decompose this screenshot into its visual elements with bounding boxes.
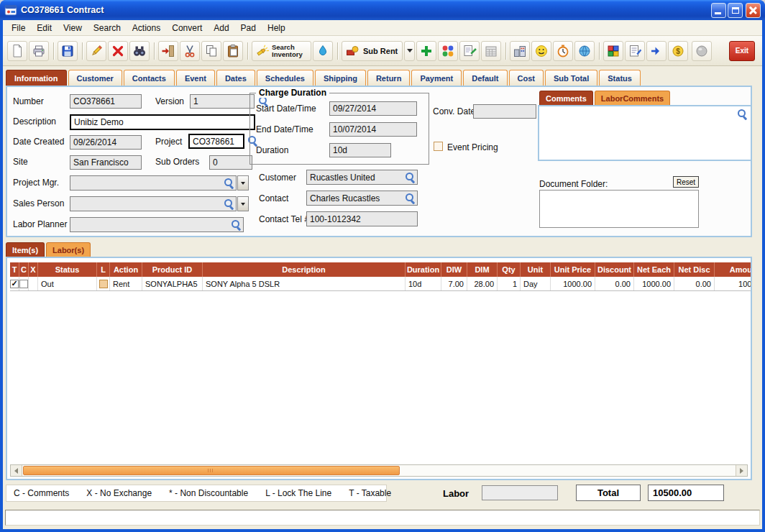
- col-c[interactable]: C: [19, 262, 29, 277]
- tab-contacts[interactable]: Contacts: [124, 70, 175, 86]
- scroll-right-button[interactable]: [736, 465, 747, 476]
- table-row[interactable]: Out Rent SONYALPHA5 SONY Alpha 5 DSLR 10…: [10, 277, 751, 291]
- horizontal-scrollbar[interactable]: [10, 464, 748, 477]
- col-diw[interactable]: DIW: [441, 262, 467, 277]
- lock-flag[interactable]: [99, 280, 108, 288]
- col-product-id[interactable]: Product ID: [142, 262, 203, 277]
- contact-tel-input[interactable]: [306, 211, 418, 226]
- labor-planner-search-icon[interactable]: [231, 219, 242, 230]
- customer-search-icon[interactable]: [405, 172, 416, 183]
- col-qty[interactable]: Qty: [498, 262, 521, 277]
- col-amount[interactable]: Amount: [715, 262, 751, 277]
- exit-button[interactable]: Exit: [729, 41, 755, 61]
- contact-search-icon[interactable]: [405, 193, 416, 203]
- note-edit-button[interactable]: [459, 41, 480, 61]
- tab-information[interactable]: Information: [6, 70, 67, 86]
- new-button[interactable]: [7, 41, 27, 61]
- menu-view[interactable]: View: [58, 22, 88, 35]
- comments-textarea[interactable]: [538, 105, 752, 161]
- date-created-input[interactable]: [70, 135, 142, 150]
- description-input[interactable]: [70, 114, 255, 130]
- tab-items[interactable]: Item(s): [6, 242, 45, 257]
- cubes-button[interactable]: [603, 41, 623, 61]
- copy-button[interactable]: [201, 41, 221, 61]
- col-x[interactable]: X: [29, 262, 38, 277]
- add-button[interactable]: [416, 41, 436, 61]
- tab-cost[interactable]: Cost: [509, 70, 544, 86]
- notepad-button[interactable]: [625, 41, 645, 61]
- forward-button[interactable]: [646, 41, 666, 61]
- conv-date-input[interactable]: [473, 104, 536, 119]
- start-date-input[interactable]: [329, 101, 417, 116]
- close-button[interactable]: [746, 3, 761, 18]
- edit-button[interactable]: [86, 41, 106, 61]
- reset-button[interactable]: Reset: [673, 176, 699, 188]
- sphere-button[interactable]: [692, 41, 712, 61]
- col-unit-price[interactable]: Unit Price: [551, 262, 595, 277]
- project-input[interactable]: [188, 134, 244, 149]
- labor-planner-input[interactable]: [70, 220, 231, 230]
- sub-orders-input[interactable]: [209, 155, 252, 170]
- menu-help[interactable]: Help: [262, 22, 291, 35]
- tab-comments[interactable]: Comments: [539, 91, 593, 105]
- timer-button[interactable]: [553, 41, 573, 61]
- search-inventory-button[interactable]: Search Inventory: [252, 41, 311, 61]
- scroll-left-button[interactable]: [11, 465, 22, 476]
- convert-button[interactable]: [158, 41, 178, 61]
- labor-total-field[interactable]: [482, 485, 558, 500]
- sales-person-dropdown[interactable]: [237, 196, 249, 211]
- comments-search-icon[interactable]: [737, 109, 748, 119]
- menu-pad[interactable]: Pad: [235, 22, 262, 35]
- site-input[interactable]: [70, 155, 142, 170]
- tab-dates[interactable]: Dates: [216, 70, 255, 86]
- event-pricing-checkbox[interactable]: [434, 142, 443, 151]
- col-dim[interactable]: DIM: [467, 262, 498, 277]
- tab-customer[interactable]: Customer: [68, 70, 122, 86]
- tab-return[interactable]: Return: [367, 70, 410, 86]
- col-unit[interactable]: Unit: [521, 262, 551, 277]
- tab-labor-comments[interactable]: LaborComments: [595, 91, 670, 105]
- minimize-button[interactable]: [711, 3, 726, 18]
- sales-person-search-icon[interactable]: [224, 198, 234, 209]
- tab-shipping[interactable]: Shipping: [315, 70, 366, 86]
- project-mgr-dropdown[interactable]: [237, 175, 249, 191]
- tab-default[interactable]: Default: [463, 70, 507, 86]
- tab-event[interactable]: Event: [176, 70, 215, 86]
- paste-button[interactable]: [223, 41, 243, 61]
- contact-input[interactable]: [307, 193, 405, 203]
- end-date-input[interactable]: [329, 122, 417, 137]
- col-duration[interactable]: Duration: [406, 262, 441, 277]
- project-mgr-input[interactable]: [70, 178, 224, 188]
- col-action[interactable]: Action: [110, 262, 142, 277]
- money-button[interactable]: $: [668, 41, 688, 61]
- delete-button[interactable]: [108, 41, 128, 61]
- col-t[interactable]: T: [10, 262, 19, 277]
- menu-convert[interactable]: Convert: [166, 22, 208, 35]
- duration-input[interactable]: [329, 143, 391, 157]
- calendar-button[interactable]: [481, 41, 501, 61]
- col-net-each[interactable]: Net Each: [634, 262, 674, 277]
- col-status[interactable]: Status: [38, 262, 97, 277]
- t-checkbox[interactable]: [10, 280, 19, 288]
- organization-button[interactable]: [510, 41, 530, 61]
- tab-schedules[interactable]: Schedules: [257, 70, 313, 86]
- scrollbar-thumb[interactable]: [23, 466, 400, 475]
- document-folder-box[interactable]: [539, 190, 699, 228]
- maximize-button[interactable]: [728, 3, 743, 18]
- sub-rent-button[interactable]: Sub Rent: [342, 41, 403, 61]
- color-button[interactable]: [313, 41, 333, 61]
- globe-button[interactable]: [574, 41, 595, 61]
- version-input[interactable]: [190, 94, 255, 109]
- cut-button[interactable]: [180, 41, 200, 61]
- col-net-disc[interactable]: Net Disc: [674, 262, 715, 277]
- sub-rent-dropdown[interactable]: [404, 41, 415, 61]
- sales-person-input[interactable]: [70, 199, 224, 209]
- menu-actions[interactable]: Actions: [127, 22, 166, 35]
- col-discount[interactable]: Discount: [595, 262, 634, 277]
- menu-add[interactable]: Add: [208, 22, 234, 35]
- menu-search[interactable]: Search: [88, 22, 127, 35]
- c-checkbox[interactable]: [19, 280, 28, 288]
- menu-file[interactable]: File: [6, 22, 31, 35]
- project-mgr-search-icon[interactable]: [224, 178, 234, 188]
- save-button[interactable]: [58, 41, 78, 61]
